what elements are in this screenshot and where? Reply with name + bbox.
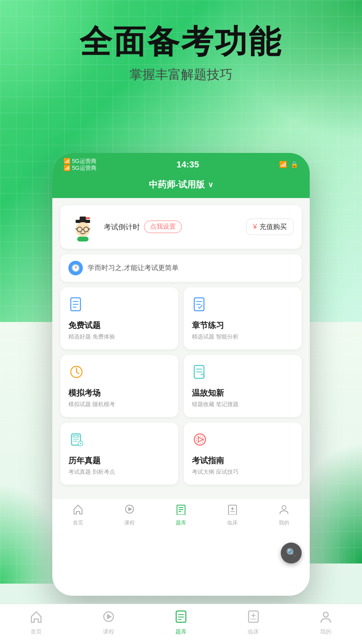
mock-exam-title: 模拟考场 xyxy=(68,388,170,398)
nav-label-home: 首页 xyxy=(73,519,83,526)
mine-icon xyxy=(278,504,290,518)
svg-rect-25 xyxy=(73,436,79,437)
review-icon xyxy=(192,364,294,384)
feature-card-review[interactable]: 温故知新 错题收藏 笔记搜题 xyxy=(184,355,302,417)
app-nav-label-home: 首页 xyxy=(31,628,42,636)
app-nav-label-course: 课程 xyxy=(103,628,114,636)
past-exams-title: 历年真题 xyxy=(68,455,170,466)
feature-card-mock-exam[interactable]: 模拟考场 模拟试题 随机模考 xyxy=(60,355,178,417)
review-title: 温故知新 xyxy=(192,388,294,398)
app-nav-label-clinical: 临床 xyxy=(248,628,259,636)
feature-card-free-questions[interactable]: 免费试题 精选好题 免费体验 xyxy=(60,287,178,349)
svg-marker-35 xyxy=(128,507,132,511)
app-questions-icon xyxy=(174,610,188,626)
clock-icon: 🕐 xyxy=(68,261,83,275)
app-clinical-icon xyxy=(247,610,260,626)
yuan-icon: ¥ xyxy=(253,223,257,231)
exam-info: 考试倒计时 点我设置 xyxy=(104,221,240,233)
status-right-icons: 📶 🔒 xyxy=(279,161,298,168)
chevron-down-icon: ∨ xyxy=(208,180,213,189)
feature-card-exam-guide[interactable]: 考试指南 考试大纲 应试技巧 xyxy=(184,423,302,485)
svg-rect-2 xyxy=(85,217,90,219)
exam-guide-icon xyxy=(192,431,294,451)
svg-rect-1 xyxy=(80,217,86,221)
questions-icon xyxy=(175,504,187,518)
nav-item-home[interactable]: 首页 xyxy=(72,504,84,526)
recharge-button[interactable]: ¥ 充值购买 xyxy=(246,219,294,235)
bottom-nav: 首页 课程 题库 临床 我的 xyxy=(52,498,310,535)
exam-countdown-card: 考试倒计时 点我设置 ¥ 充值购买 xyxy=(60,205,302,249)
feature-card-past-exams[interactable]: 历年真题 考试真题 剖析考点 xyxy=(60,423,178,485)
chapter-practice-title: 章节练习 xyxy=(192,320,294,331)
chapter-practice-icon xyxy=(192,296,294,316)
nav-label-clinical: 临床 xyxy=(227,519,238,526)
svg-marker-33 xyxy=(198,437,203,442)
hero-section: 全面备考功能 掌握丰富解题技巧 xyxy=(0,24,362,84)
nav-label-mine: 我的 xyxy=(279,519,289,526)
lock-icon: 🔒 xyxy=(290,161,298,168)
nav-label-course: 课程 xyxy=(124,519,135,526)
mock-exam-desc: 模拟试题 随机模考 xyxy=(68,401,170,408)
app-mine-icon xyxy=(319,610,333,626)
svg-line-19 xyxy=(76,372,79,374)
exam-countdown-section: 考试倒计时 点我设置 xyxy=(104,221,182,233)
set-countdown-button[interactable]: 点我设置 xyxy=(144,221,182,233)
search-icon: 🔍 xyxy=(286,548,297,558)
wifi-icon: 📶 xyxy=(279,161,287,168)
main-content: 考试倒计时 点我设置 ¥ 充值购买 🕐 学而时习之,才能让考试更简单 免费试题 xyxy=(52,198,310,498)
feature-grid: 免费试题 精选好题 免费体验 章节练习 精选试题 智能分析 模拟考场 模拟试题 … xyxy=(60,287,302,485)
search-fab[interactable]: 🔍 xyxy=(281,543,302,564)
top-nav-label: 中药师-试用版 xyxy=(149,179,205,191)
past-exams-icon xyxy=(68,431,170,451)
nav-label-questions: 题库 xyxy=(176,519,186,526)
free-questions-desc: 精选好题 免费体验 xyxy=(68,333,170,341)
app-nav-label-questions: 题库 xyxy=(175,628,187,636)
feature-card-chapter-practice[interactable]: 章节练习 精选试题 智能分析 xyxy=(184,287,302,349)
review-desc: 错题收藏 笔记搜题 xyxy=(192,401,294,408)
nav-item-course[interactable]: 课程 xyxy=(124,504,135,526)
course-icon xyxy=(124,504,135,518)
app-nav-mine[interactable]: 我的 xyxy=(319,610,333,636)
svg-rect-9 xyxy=(77,237,88,242)
mock-exam-icon xyxy=(68,364,170,384)
carrier-text: 📶 5G运营商 📶 5G运营商 xyxy=(64,158,97,171)
top-nav-title[interactable]: 中药师-试用版 ∨ xyxy=(149,179,213,191)
svg-point-44 xyxy=(282,506,286,510)
hero-title: 全面备考功能 xyxy=(0,24,362,60)
nav-item-questions[interactable]: 题库 xyxy=(175,504,187,526)
app-course-icon xyxy=(102,610,115,626)
countdown-label: 考试倒计时 xyxy=(104,222,140,232)
phone-mockup: 📶 5G运营商 📶 5G运营商 14:35 📶 🔒 中药师-试用版 ∨ xyxy=(52,153,310,596)
past-exams-desc: 考试真题 剖析考点 xyxy=(68,469,170,476)
exam-guide-title: 考试指南 xyxy=(192,455,294,466)
chapter-practice-desc: 精选试题 智能分析 xyxy=(192,333,294,341)
top-nav[interactable]: 中药师-试用版 ∨ xyxy=(52,175,310,198)
free-questions-icon xyxy=(68,296,170,316)
clinical-icon xyxy=(227,504,238,518)
app-home-icon xyxy=(29,610,43,626)
app-nav-course[interactable]: 课程 xyxy=(102,610,115,636)
svg-point-23 xyxy=(203,375,205,377)
status-bar: 📶 5G运营商 📶 5G运营商 14:35 📶 🔒 xyxy=(52,153,310,175)
svg-marker-46 xyxy=(107,614,112,619)
exam-guide-desc: 考试大纲 应试技巧 xyxy=(192,469,294,476)
study-tip-card: 🕐 学而时习之,才能让考试更简单 xyxy=(60,254,302,282)
hero-subtitle: 掌握丰富解题技巧 xyxy=(0,66,362,84)
free-questions-title: 免费试题 xyxy=(68,320,170,331)
study-tip-text: 学而时习之,才能让考试更简单 xyxy=(88,263,179,272)
mascot-icon xyxy=(68,213,97,242)
nav-item-clinical[interactable]: 临床 xyxy=(227,504,238,526)
svg-point-55 xyxy=(323,612,328,617)
home-icon xyxy=(72,504,84,518)
app-nav-clinical[interactable]: 临床 xyxy=(247,610,260,636)
status-time: 14:35 xyxy=(177,159,199,170)
app-bottom-bar: 首页 课程 题库 临床 我的 xyxy=(0,604,362,644)
app-nav-questions[interactable]: 题库 xyxy=(174,610,188,636)
app-nav-label-mine: 我的 xyxy=(320,628,331,636)
recharge-label: 充值购买 xyxy=(259,222,287,231)
nav-item-mine[interactable]: 我的 xyxy=(278,504,290,526)
app-nav-home[interactable]: 首页 xyxy=(29,610,43,636)
